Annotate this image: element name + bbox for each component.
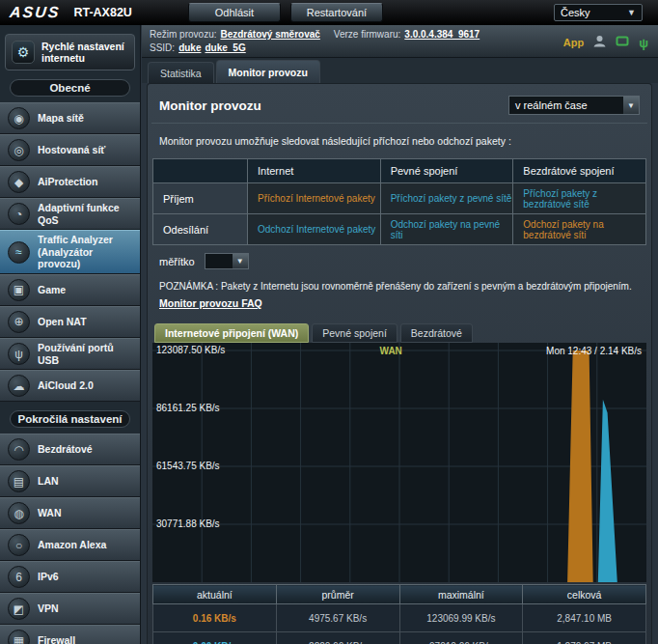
top-bar: ASUS RT-AX82U Odhlásit Restartování Česk… [0,0,658,25]
chart-tab-internetove-pripojeni-wan[interactable]: Internetové připojení (WAN) [154,323,309,343]
scale-select[interactable]: ▼ [205,253,249,269]
ssid-24g-link[interactable]: duke [178,42,201,53]
chart-tab-pevne-spojeni[interactable]: Pevné spojení [312,323,398,343]
stats-value: 0.16 KB/s [153,604,277,632]
monitor-link-prichozi-internetove-pakety[interactable]: Příchozí Internetové pakety [258,193,375,204]
guest-network-icon: ◎ [8,139,30,161]
sidebar-item-firewall[interactable]: ▦Firewall [0,625,140,644]
sidebar-item-label: Traffic Analyzer (Analyzátor provozu) [38,234,136,270]
ssid-5g-link[interactable]: duke_5G [205,42,245,53]
monitor-cell: Příchozí pakety z bezdrátové sítě [513,183,646,214]
page-description: Monitor provozu umožňuje sledovat násled… [159,135,640,147]
sidebar-item-label: VPN [38,602,59,615]
stats-value: 97010.06 KB/s [399,632,523,644]
sidebar-item-label: WAN [38,507,62,519]
stats-value: 4975.67 KB/s [276,604,399,632]
y-axis-label: 86161.25 KB/s [156,403,220,413]
monitor-row-odesilani: OdesíláníOdchozí Internetové paketyOdcho… [153,214,646,245]
logout-button[interactable]: Odhlásit [188,3,281,22]
chart-tab-bezdratove[interactable]: Bezdrátové [400,323,473,343]
sidebar-item-label: Hostovaná síť [38,144,105,156]
sidebar-item-traffic-analyzer-analyzator-provozu[interactable]: ≈Traffic Analyzer (Analyzátor provozu) [0,230,140,274]
language-select[interactable]: Česky ▼ [554,4,643,21]
monitor-link-prichozi-pakety-z-pevne-site[interactable]: Příchozí pakety z pevné sítě [391,193,512,204]
sidebar-item-amazon-alexa[interactable]: ○Amazon Alexa [0,529,140,561]
monitor-link-odchozi-pakety-na-pevne-siti[interactable]: Odchozí pakety na pevné síti [391,219,500,240]
sidebar-item-adaptivni-funkce-qos[interactable]: ◔Adaptivní funkce QoS [0,198,140,230]
quick-internet-setup-button[interactable]: ⚙ Rychlé nastavení internetu [5,34,135,70]
sidebar-item-game[interactable]: ▣Game [0,274,140,306]
traffic-chart: WAN Mon 12:43 / 2.14 KB/s 123087.50 KB/s… [152,343,646,582]
sidebar-item-aiprotection[interactable]: ◆AiProtection [0,166,140,198]
sidebar-item-pouzivani-portu-usb[interactable]: ψPoužívání portů USB [0,338,140,370]
user-icon[interactable] [593,34,606,51]
sidebar-item-open-nat[interactable]: ⊕Open NAT [0,306,140,338]
content-panel: Monitor provozu v reálném čase ▼ Monitor… [147,83,652,644]
sidebar-item-lan[interactable]: ▤LAN [0,465,140,497]
ipv6-icon: 6 [8,566,30,588]
monitor-table-corner [153,159,248,183]
chart-plot-area [152,343,646,582]
quick-setup-gear-icon: ⚙ [12,41,35,64]
network-map-icon: ◉ [8,107,30,129]
page-title: Monitor provozu [159,98,261,113]
sidebar-item-label: Používání portů USB [38,342,136,366]
sidebar-item-label: Mapa sítě [38,112,84,125]
monitor-link-odchozi-pakety-na-bezdratove-siti[interactable]: Odchozí pakety na bezdrátové síti [523,219,603,240]
sidebar-item-label: LAN [38,475,59,488]
sidebar-item-wan[interactable]: ◍WAN [0,497,140,529]
series-label: WAN [380,346,402,356]
usb-status-icon[interactable]: ψ [639,37,648,49]
traffic-stats-table: aktuálníprůměrmaximálnícelková0.16 KB/s4… [152,584,646,644]
stats-header-row: aktuálníprůměrmaximálnícelková [153,585,646,604]
sidebar-item-ipv6[interactable]: 6IPv6 [0,561,140,593]
sidebar-item-hostovana-sit[interactable]: ◎Hostovaná síť [0,134,140,166]
monitor-cell: Odchozí pakety na pevné síti [380,214,513,245]
sidebar-item-label: Open NAT [38,316,87,328]
sidebar-item-mapa-site[interactable]: ◉Mapa sítě [0,102,140,134]
time-mode-value: v reálném čase [509,99,622,111]
sidebar-item-label: AiProtection [38,176,97,188]
chevron-down-icon: ▼ [622,97,639,114]
sidebar-sections: Obecné◉Mapa sítě◎Hostovaná síť◆AiProtect… [0,79,140,644]
stats-header-maximalni: maximální [399,585,523,604]
chart-timestamp: Mon 12:43 / 2.14 KB/s [546,346,642,356]
tab-statistika[interactable]: Statistika [148,62,214,83]
open-nat-icon: ⊕ [8,311,30,333]
sidebar-item-vpn[interactable]: ◩VPN [0,593,140,625]
reboot-button[interactable]: Restartování [290,3,383,22]
wireless-icon: ◠ [8,438,30,461]
monitor-row-prijem: PříjemPříchozí Internetové paketyPříchoz… [153,183,646,214]
y-axis-label: 123087.50 KB/s [156,345,225,355]
operation-mode-link[interactable]: Bezdrátový směrovač [220,29,319,40]
qos-gauge-icon: ◔ [8,203,30,225]
stats-header-aktualni: aktuální [153,585,277,604]
monitor-cell: Příchozí Internetové pakety [248,183,381,214]
sidebar-section-pokrocila-nastaveni: Pokročilá nastavení [10,410,130,428]
sidebar-item-label: IPv6 [38,571,59,583]
time-mode-select[interactable]: v reálném čase ▼ [508,96,640,115]
y-axis-label: 30771.88 KB/s [156,518,220,529]
status-icons: App ψ [563,34,648,51]
tab-monitor-provozu[interactable]: Monitor provozu [216,60,320,83]
wan-globe-icon: ◍ [8,502,30,524]
stats-header-prumer: průměr [276,585,399,604]
usb-icon: ψ [8,343,30,365]
faq-link[interactable]: Monitor provozu FAQ [159,297,262,309]
alexa-icon: ○ [8,534,30,556]
row-label: Příjem [153,183,248,214]
sidebar-item-bezdratove[interactable]: ◠Bezdrátové [0,434,140,465]
column-header-internet: Internet [248,159,381,183]
stats-header-celkova: celková [523,585,646,604]
sidebar-item-aicloud-2-0[interactable]: ☁AiCloud 2.0 [0,370,140,402]
monitor-table-head: InternetPevné spojeníBezdrátové spojení [153,159,646,183]
monitor-link-odchozi-internetove-pakety[interactable]: Odchozí Internetové pakety [258,224,375,235]
firmware-version-link[interactable]: 3.0.0.4.384_9617 [404,29,480,40]
network-status-icon[interactable] [616,34,629,51]
language-label: Česky [561,7,590,18]
game-controller-icon: ▣ [8,279,30,301]
monitor-link-prichozi-pakety-z-bezdratove-site[interactable]: Příchozí pakety z bezdrátové sítě [523,188,597,210]
sidebar-item-label: Game [38,284,66,296]
app-link[interactable]: App [563,37,584,48]
sidebar-item-label: Firewall [38,634,75,644]
